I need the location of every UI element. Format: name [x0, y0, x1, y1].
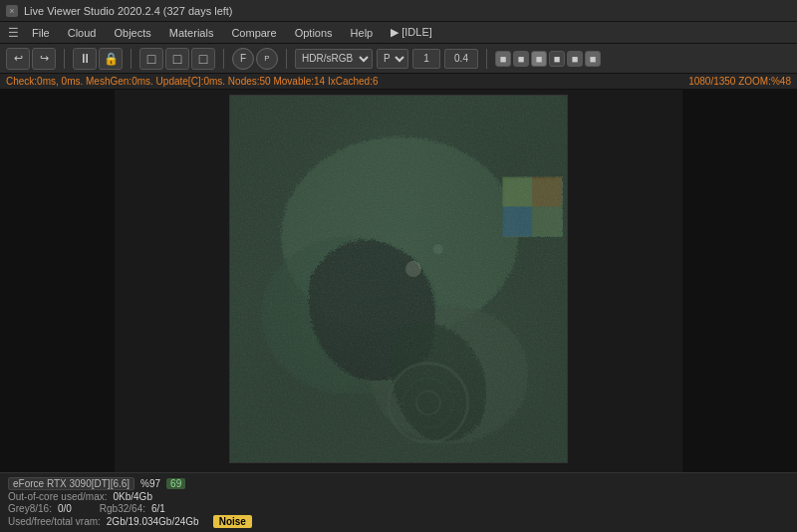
- menu-file[interactable]: File: [24, 25, 58, 41]
- memory-row: Grey8/16: 0/0 Rgb32/64: 6/1: [8, 503, 789, 514]
- toolbar-separator-4: [286, 49, 287, 69]
- pause-button[interactable]: ⏸: [73, 48, 97, 70]
- menu-materials[interactable]: Materials: [161, 25, 222, 41]
- render-svg: [230, 96, 567, 462]
- menu-options[interactable]: Options: [287, 25, 341, 41]
- color-btn-5[interactable]: ■: [567, 51, 583, 67]
- gpu-num: 69: [166, 478, 185, 489]
- close-button[interactable]: ×: [6, 5, 18, 17]
- hdr-select[interactable]: HDR/sRGB: [295, 49, 373, 69]
- menu-objects[interactable]: Objects: [106, 25, 158, 41]
- toolbar-separator-2: [131, 49, 132, 69]
- vram-label: Used/free/total vram:: [8, 516, 101, 527]
- vram-value: 2Gb/19.034Gb/24Gb: [107, 516, 199, 527]
- p-button[interactable]: P: [256, 48, 278, 70]
- window-title: Live Viewer Studio 2020.2.4 (327 days le…: [24, 5, 233, 17]
- status-bar-top: Check:0ms, 0ms. MeshGen:0ms. Update[C]:0…: [0, 74, 797, 90]
- menubar: ☰ File Cloud Objects Materials Compare O…: [0, 22, 797, 44]
- svg-rect-15: [230, 96, 567, 462]
- right-panel: [682, 90, 797, 472]
- toolbar-separator-1: [64, 49, 65, 69]
- color-btn-6[interactable]: ■: [585, 51, 601, 67]
- center-content: [0, 90, 797, 472]
- noise-render: [230, 96, 567, 462]
- toolbar-separator-3: [223, 49, 224, 69]
- square-btn-3[interactable]: □: [191, 48, 215, 70]
- rgb-value: 6/1: [151, 503, 165, 514]
- menu-cloud[interactable]: Cloud: [60, 25, 105, 41]
- render-canvas: [229, 95, 568, 463]
- fp-button[interactable]: F: [232, 48, 254, 70]
- grey-label: Grey8/16:: [8, 503, 52, 514]
- menu-idle[interactable]: ▶ [IDLE]: [383, 24, 440, 41]
- square-btn-1[interactable]: □: [139, 48, 163, 70]
- color-btn-1[interactable]: ■: [495, 51, 511, 67]
- gpu-row: eForce RTX 3090[DT][6.6] %97 69: [8, 477, 789, 490]
- vram-row: Used/free/total vram: 2Gb/19.034Gb/24Gb …: [8, 515, 789, 528]
- hamburger-menu[interactable]: ☰: [4, 24, 22, 42]
- status-left: Check:0ms, 0ms. MeshGen:0ms. Update[C]:0…: [6, 76, 379, 87]
- num2-input[interactable]: [444, 49, 478, 69]
- color-btn-4[interactable]: ■: [549, 51, 565, 67]
- color-btn-2[interactable]: ■: [513, 51, 529, 67]
- titlebar: × Live Viewer Studio 2020.2.4 (327 days …: [0, 0, 797, 22]
- out-of-core-row: Out-of-core used/max: 0Kb/4Gb: [8, 491, 789, 502]
- noise-button[interactable]: Noise: [213, 515, 252, 528]
- menu-compare[interactable]: Compare: [223, 25, 284, 41]
- pt-select[interactable]: PT: [377, 49, 408, 69]
- gpu-percent: %97: [140, 478, 160, 489]
- toolbar-separator-5: [486, 49, 487, 69]
- viewport[interactable]: [115, 90, 682, 468]
- square-btn-2[interactable]: □: [165, 48, 189, 70]
- toolbar: ↩ ↪ ⏸ 🔒 □ □ □ F P HDR/sRGB PT ■: [0, 44, 797, 74]
- out-of-core-label: Out-of-core used/max:: [8, 491, 107, 502]
- out-of-core-value: 0Kb/4Gb: [113, 491, 151, 502]
- menu-help[interactable]: Help: [343, 25, 382, 41]
- bottom-status-panel: eForce RTX 3090[DT][6.6] %97 69 Out-of-c…: [0, 472, 797, 532]
- rgb-label: Rgb32/64:: [100, 503, 145, 514]
- left-panel: [0, 90, 115, 472]
- num1-input[interactable]: [412, 49, 440, 69]
- color-btn-3[interactable]: ■: [531, 51, 547, 67]
- undo-button[interactable]: ↩: [6, 48, 30, 70]
- lock-button[interactable]: 🔒: [99, 48, 123, 70]
- gpu-label: eForce RTX 3090[DT][6.6]: [8, 477, 134, 490]
- redo-button[interactable]: ↪: [32, 48, 56, 70]
- grey-value: 0/0: [58, 503, 72, 514]
- status-right: 1080/1350 ZOOM:%48: [688, 76, 791, 87]
